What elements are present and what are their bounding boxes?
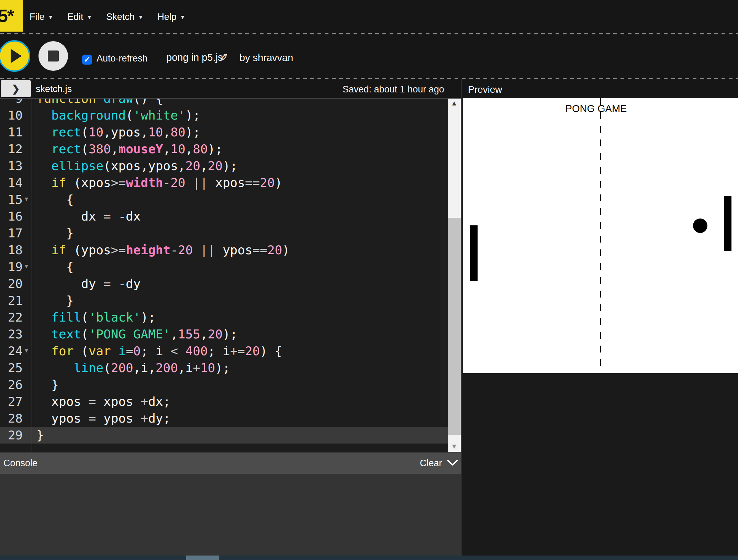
code-text: text('PONG GAME',155,20);	[36, 326, 237, 343]
line-number: 9	[0, 98, 23, 107]
line-number: 23	[0, 326, 23, 343]
line-number: 19	[0, 258, 23, 275]
left-paddle	[470, 225, 478, 281]
code-line[interactable]: 27 xpos = xpos +dx;	[0, 393, 448, 410]
code-line[interactable]: 28 ypos = ypos +dy;	[0, 410, 448, 427]
line-number: 21	[0, 292, 23, 309]
editor-scrollbar[interactable]: ▲ ▼	[448, 99, 461, 452]
console-collapse-chevron-icon[interactable]	[447, 459, 458, 468]
code-line[interactable]: 11 rect(10,ypos,10,80);	[0, 124, 448, 141]
chevron-down-icon: ▾	[49, 13, 53, 21]
line-number: 27	[0, 393, 23, 410]
code-line[interactable]: 15▼ {	[0, 191, 448, 208]
play-button[interactable]	[0, 40, 30, 72]
game-canvas[interactable]: PONG GAME	[463, 98, 738, 373]
code-text: line(200,i,200,i+10);	[36, 359, 230, 376]
line-number: 11	[0, 124, 23, 141]
ball	[693, 219, 707, 233]
menu-file[interactable]: File ▾	[30, 12, 52, 22]
saved-status: Saved: about 1 hour ago	[343, 84, 444, 95]
scroll-down-icon[interactable]: ▼	[448, 443, 461, 450]
menu-edit[interactable]: Edit ▾	[67, 12, 91, 22]
fold-arrow-icon[interactable]: ▼	[22, 259, 31, 274]
scrollbar-thumb[interactable]	[448, 218, 461, 435]
code-text: }	[36, 427, 44, 444]
code-text: dy = -dy	[36, 275, 141, 292]
code-text: for (var i=0; i < 400; i+=20) {	[36, 343, 282, 359]
line-number: 10	[0, 107, 23, 124]
line-number: 20	[0, 275, 23, 292]
auto-refresh-label: Auto-refresh	[97, 53, 148, 64]
code-line[interactable]: 20 dy = -dy	[0, 275, 448, 292]
code-line[interactable]: 22 fill('black');	[0, 309, 448, 326]
code-line[interactable]: 10 background('white');	[0, 107, 448, 124]
line-number: 29	[0, 427, 23, 444]
line-number: 16	[0, 208, 23, 225]
code-line[interactable]: 18 if (ypos>=height-20 || ypos==20)	[0, 242, 448, 258]
chevron-down-icon: ▾	[139, 13, 143, 21]
project-title[interactable]: pong in p5.js	[166, 52, 223, 63]
menu-help[interactable]: Help ▾	[157, 12, 184, 22]
line-number: 24	[0, 343, 23, 359]
code-line[interactable]: 21 }	[0, 292, 448, 309]
code-editor[interactable]: 9function draw() {10 background('white')…	[0, 98, 462, 452]
code-line[interactable]: 9function draw() {	[0, 98, 448, 107]
play-icon	[11, 49, 22, 63]
menu-sketch[interactable]: Sketch ▾	[106, 12, 142, 22]
sidebar-collapse-button[interactable]: ❯	[1, 80, 31, 97]
code-text: }	[36, 292, 74, 309]
line-number: 15	[0, 191, 23, 208]
project-author[interactable]: by shravvan	[239, 52, 293, 64]
edit-pencil-icon[interactable]: ✎	[218, 53, 230, 61]
line-number: 12	[0, 141, 23, 157]
code-line[interactable]: 13 ellipse(xpos,ypos,20,20);	[0, 157, 448, 174]
console-title: Console	[3, 458, 37, 469]
p5-logo-text: 5*	[0, 5, 13, 26]
line-number: 26	[0, 376, 23, 393]
menu-bar: 5* File ▾ Edit ▾ Sketch ▾ Help ▾	[0, 0, 738, 34]
code-text: }	[36, 376, 59, 393]
code-line[interactable]: 17 }	[0, 225, 448, 242]
checkmark-icon: ✓	[84, 56, 90, 64]
right-paddle	[724, 196, 731, 251]
auto-refresh-checkbox[interactable]: ✓	[82, 55, 92, 65]
line-number: 28	[0, 410, 23, 427]
bottom-scrollbar-thumb[interactable]	[186, 556, 219, 560]
scroll-up-icon[interactable]: ▲	[448, 99, 461, 107]
code-text: fill('black');	[36, 309, 156, 326]
line-number: 18	[0, 242, 23, 258]
code-text: ellipse(xpos,ypos,20,20);	[36, 157, 237, 174]
line-number: 22	[0, 309, 23, 326]
p5-logo[interactable]: 5*	[0, 0, 23, 32]
gutter-divider	[32, 99, 32, 452]
console-clear-button[interactable]: Clear	[420, 458, 442, 469]
stop-button[interactable]	[38, 41, 68, 71]
tab-sketch-js[interactable]: sketch.js	[36, 84, 72, 94]
code-line[interactable]: 12 rect(380,mouseY,10,80);	[0, 141, 448, 157]
chevron-down-icon: ▾	[181, 13, 184, 21]
console-header: Console Clear	[0, 452, 461, 474]
center-dashed-line	[600, 98, 601, 366]
bottom-scrollbar[interactable]	[0, 556, 738, 560]
line-number: 13	[0, 157, 23, 174]
code-line[interactable]: 25 line(200,i,200,i+10);	[0, 359, 448, 376]
code-line[interactable]: 14 if (xpos>=width-20 || xpos==20)	[0, 174, 448, 191]
code-line[interactable]: 23 text('PONG GAME',155,20);	[0, 326, 448, 343]
code-line[interactable]: 24▼ for (var i=0; i < 400; i+=20) {	[0, 343, 448, 359]
line-number: 14	[0, 174, 23, 191]
stop-icon	[48, 51, 59, 61]
line-number: 25	[0, 359, 23, 376]
code-line[interactable]: 19▼ {	[0, 258, 448, 275]
code-text: rect(380,mouseY,10,80);	[36, 141, 223, 157]
code-line[interactable]: 29}	[0, 427, 448, 444]
preview-label: Preview	[468, 84, 502, 95]
fold-arrow-icon[interactable]: ▼	[22, 192, 31, 207]
code-line[interactable]: 26 }	[0, 376, 448, 393]
code-text: function draw() {	[36, 98, 163, 107]
code-line[interactable]: 16 dx = -dx	[0, 208, 448, 225]
fold-arrow-icon[interactable]: ▼	[22, 343, 31, 358]
code-text: if (ypos>=height-20 || ypos==20)	[36, 242, 290, 258]
line-number: 17	[0, 225, 23, 242]
code-text: if (xpos>=width-20 || xpos==20)	[36, 174, 282, 191]
code-text: rect(10,ypos,10,80);	[36, 124, 200, 141]
